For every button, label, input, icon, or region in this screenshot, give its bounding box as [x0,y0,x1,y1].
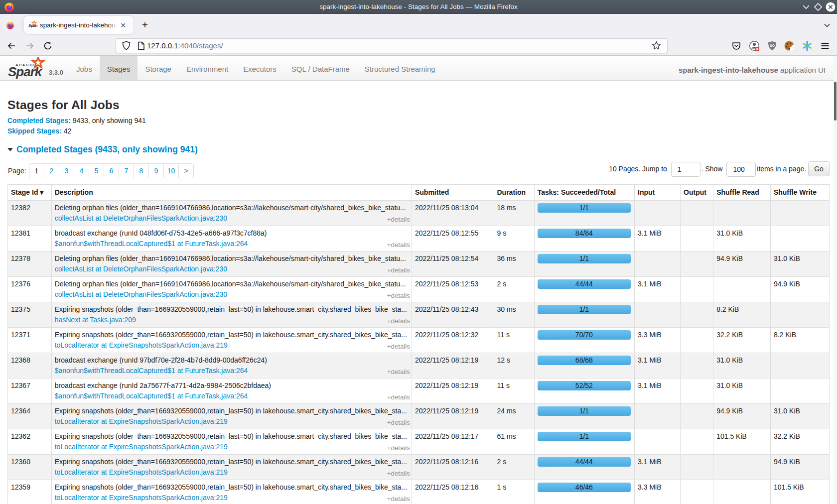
svg-text:Spark: Spark [8,64,43,79]
svg-text:UO: UO [770,44,775,47]
